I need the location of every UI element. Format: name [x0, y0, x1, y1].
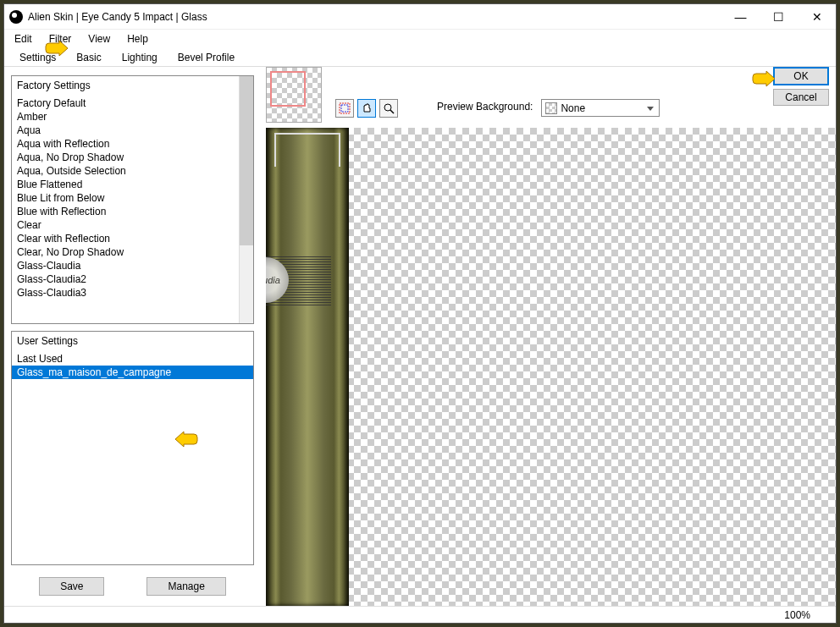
minimize-button[interactable]: —: [721, 4, 760, 30]
preview-canvas[interactable]: claudia: [266, 128, 836, 606]
svg-rect-1: [341, 105, 348, 112]
settings-panel: Factory Settings Factory DefaultAmberAqu…: [4, 67, 262, 606]
list-item[interactable]: Aqua with Reflection: [12, 137, 239, 151]
window-title: Alien Skin | Eye Candy 5 Impact | Glass: [28, 11, 721, 23]
cancel-button[interactable]: Cancel: [773, 89, 829, 106]
list-item[interactable]: Aqua, Outside Selection: [12, 164, 239, 178]
manage-button[interactable]: Manage: [146, 577, 225, 596]
list-item[interactable]: Blue Flattened: [12, 178, 239, 191]
transparency-icon: [545, 102, 557, 114]
list-item[interactable]: Amber: [12, 110, 239, 124]
tutorial-pointer-icon: [174, 429, 199, 452]
tutorial-pointer-icon: [751, 69, 776, 91]
menu-view[interactable]: View: [81, 31, 117, 47]
hand-tool-icon[interactable]: [357, 99, 376, 118]
ok-button[interactable]: OK: [773, 67, 829, 85]
tab-basic[interactable]: Basic: [68, 50, 109, 65]
scrollbar[interactable]: [239, 76, 253, 323]
list-item[interactable]: Glass-Claudia: [12, 259, 239, 272]
list-item[interactable]: Glass-Claudia3: [12, 286, 239, 300]
app-icon: [9, 10, 23, 24]
marquee-tool-icon[interactable]: [335, 99, 354, 118]
preview-content: [266, 128, 349, 606]
preview-panel: Preview Background: None OK Cancel: [262, 67, 836, 606]
navigator-thumbnail[interactable]: [266, 67, 322, 123]
preview-bg-label: Preview Background:: [437, 101, 533, 113]
list-item[interactable]: Aqua, No Drop Shadow: [12, 151, 239, 164]
menubar: Edit Filter View Help: [4, 30, 836, 48]
plugin-window: Alien Skin | Eye Candy 5 Impact | Glass …: [3, 3, 837, 624]
tab-lighting[interactable]: Lighting: [113, 50, 166, 65]
svg-point-2: [384, 104, 391, 111]
list-item[interactable]: Glass_ma_maison_de_campagne: [12, 366, 253, 379]
list-item[interactable]: Factory Default: [12, 96, 239, 110]
user-header: User Settings: [12, 332, 253, 350]
list-item[interactable]: Aqua: [12, 124, 239, 137]
tab-bevel-profile[interactable]: Bevel Profile: [169, 50, 243, 65]
list-item[interactable]: Clear with Reflection: [12, 232, 239, 245]
svg-line-3: [390, 110, 394, 113]
preview-bg-select[interactable]: None: [541, 99, 660, 117]
factory-settings-list: Factory Settings Factory DefaultAmberAqu…: [11, 75, 254, 324]
maximize-button[interactable]: ☐: [760, 4, 798, 30]
user-settings-list: User Settings Last UsedGlass_ma_maison_d…: [11, 331, 254, 565]
preview-bg-value: None: [561, 102, 585, 114]
watermark: claudia: [266, 255, 331, 305]
menu-help[interactable]: Help: [120, 31, 155, 47]
list-item[interactable]: Clear: [12, 218, 239, 232]
titlebar: Alien Skin | Eye Candy 5 Impact | Glass …: [4, 4, 836, 30]
list-item[interactable]: Clear, No Drop Shadow: [12, 245, 239, 259]
save-button[interactable]: Save: [39, 577, 104, 596]
tutorial-pointer-icon: [44, 38, 69, 61]
factory-header: Factory Settings: [12, 76, 253, 95]
zoom-level: 100%: [784, 609, 810, 621]
list-item[interactable]: Blue Lit from Below: [12, 191, 239, 205]
scrollbar-thumb[interactable]: [240, 76, 253, 245]
menu-edit[interactable]: Edit: [8, 31, 39, 47]
close-button[interactable]: ✕: [798, 4, 836, 30]
navigator-viewport[interactable]: [270, 71, 306, 107]
zoom-tool-icon[interactable]: [379, 99, 398, 118]
list-item[interactable]: Blue with Reflection: [12, 205, 239, 218]
tab-bar: Settings Basic Lighting Bevel Profile: [4, 48, 836, 67]
list-item[interactable]: Glass-Claudia2: [12, 272, 239, 286]
statusbar: 100%: [4, 606, 836, 623]
list-item[interactable]: Last Used: [12, 352, 253, 366]
